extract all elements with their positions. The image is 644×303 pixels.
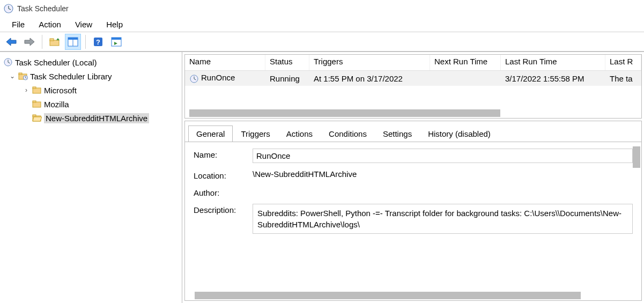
svg-rect-6 [68,38,78,40]
collapse-icon[interactable]: ⌄ [9,72,16,80]
library-icon [18,71,28,81]
tree-pane: Task Scheduler (Local) ⌄ Task Scheduler … [0,52,182,303]
svg-rect-11 [112,38,121,40]
tab-general[interactable]: General [188,125,233,142]
tree-library-label: Task Scheduler Library [30,72,112,81]
name-value[interactable]: RunOnce [253,149,633,163]
menu-view[interactable]: View [69,18,99,31]
tree-root[interactable]: Task Scheduler (Local) [2,55,182,69]
col-lastresult[interactable]: Last R [605,55,641,70]
details-pane-button[interactable] [65,34,81,50]
scrollbar-thumb[interactable] [195,292,581,299]
menu-bar: File Action View Help [0,17,644,32]
task-list: Name Status Triggers Next Run Time Last … [184,54,642,119]
actions-pane-button[interactable] [108,34,124,50]
menu-help[interactable]: Help [100,18,129,31]
cell-lastrun: 3/17/2022 1:55:58 PM [501,73,605,84]
location-value: \New-SubredditHTMLArchive [253,169,633,179]
svg-rect-24 [33,101,36,102]
tree-item-mozilla[interactable]: Mozilla [2,97,182,111]
back-button[interactable] [3,34,19,50]
task-row[interactable]: RunOnce Running At 1:55 PM on 3/17/2022 … [185,71,641,86]
col-lastrun[interactable]: Last Run Time [501,55,605,70]
toolbar-separator [85,35,86,49]
cell-triggers: At 1:55 PM on 3/17/2022 [309,73,430,84]
tree-item-microsoft[interactable]: › Microsoft [2,83,182,97]
tree-item-label: Mozilla [44,100,69,109]
toolbar-separator [42,35,42,49]
folder-open-icon [32,113,42,123]
tab-triggers[interactable]: Triggers [233,125,278,142]
menu-action[interactable]: Action [32,18,68,31]
location-label: Location: [194,169,253,180]
col-nextrun[interactable]: Next Run Time [430,55,501,70]
description-value[interactable]: Subreddits: PowerShell, Python -=- Trans… [253,204,633,234]
task-list-body: RunOnce Running At 1:55 PM on 3/17/2022 … [185,71,641,108]
cell-name: RunOnce [185,72,265,84]
tab-strip: General Triggers Actions Conditions Sett… [185,121,641,142]
clock-icon [3,3,14,14]
task-details: General Triggers Actions Conditions Sett… [184,121,642,301]
folder-icon [32,99,42,109]
up-button[interactable] [47,34,63,50]
cell-lastresult: The ta [605,73,641,84]
window-title: Task Scheduler [17,4,69,13]
expand-icon[interactable]: › [23,86,30,94]
task-list-header: Name Status Triggers Next Run Time Last … [185,55,641,71]
help-button[interactable]: ? [90,34,106,50]
col-triggers[interactable]: Triggers [309,55,430,70]
description-label: Description: [194,204,253,215]
tab-actions[interactable]: Actions [278,125,321,142]
clock-icon [189,74,199,84]
cell-status: Running [265,73,309,84]
menu-file[interactable]: File [5,18,31,31]
svg-rect-26 [33,115,36,116]
scrollbar-thumb[interactable] [189,109,500,117]
tree-item-label: Microsoft [44,86,77,95]
task-tree: Task Scheduler (Local) ⌄ Task Scheduler … [2,55,182,125]
svg-rect-22 [33,87,36,88]
tab-history[interactable]: History (disabled) [420,125,499,142]
title-bar: Task Scheduler [0,0,644,17]
tree-item-archive[interactable]: New-SubredditHTMLArchive [2,111,182,125]
tab-settings[interactable]: Settings [375,125,420,142]
forward-button[interactable] [21,34,38,50]
author-label: Author: [194,187,253,197]
svg-rect-17 [19,73,22,75]
col-status[interactable]: Status [265,55,309,70]
tab-conditions[interactable]: Conditions [321,125,375,142]
horizontal-scrollbar[interactable] [185,291,641,300]
toolbar: ? [0,32,644,51]
content-area: Task Scheduler (Local) ⌄ Task Scheduler … [0,51,644,303]
col-name[interactable]: Name [185,55,265,70]
details-pane: Name Status Triggers Next Run Time Last … [182,52,644,303]
cell-nextrun [430,77,501,79]
folder-icon [32,85,42,95]
clock-icon [3,57,13,67]
name-label: Name: [194,149,253,159]
tree-library[interactable]: ⌄ Task Scheduler Library [2,69,182,83]
svg-rect-4 [50,39,54,41]
tab-general-body: Name: RunOnce Location: \New-SubredditHT… [185,142,641,291]
tree-item-label: New-SubredditHTMLArchive [46,114,147,123]
vertical-scrollbar[interactable] [633,146,640,168]
svg-text:?: ? [96,38,100,46]
tree-root-label: Task Scheduler (Local) [15,58,97,67]
horizontal-scrollbar[interactable] [185,108,641,118]
